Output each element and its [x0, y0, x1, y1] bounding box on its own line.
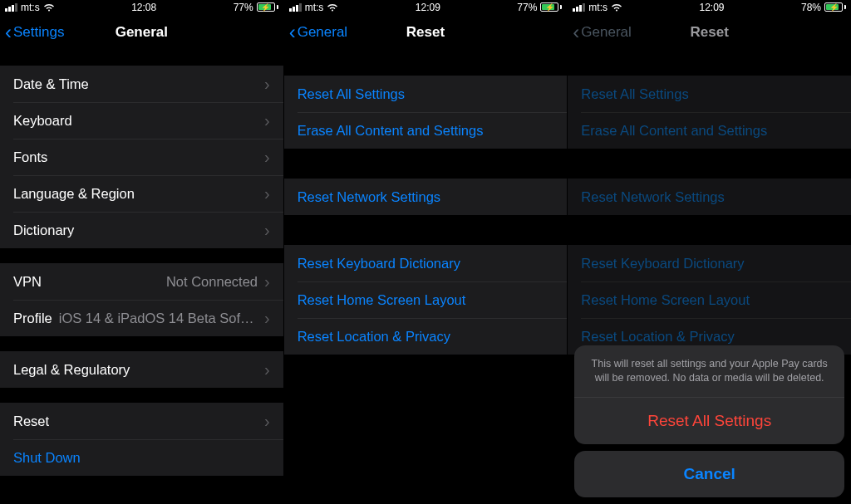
back-label: General [581, 24, 631, 41]
status-bar: mt:s 12:09 77% ⚡ [284, 0, 568, 14]
row-reset-keyboard-dict: Reset Keyboard Dictionary [568, 245, 851, 281]
panel-reset: mt:s 12:09 77% ⚡ ‹ General Reset Reset A… [283, 0, 568, 504]
signal-icon [5, 3, 17, 12]
row-erase-all: Erase All Content and Settings [568, 112, 851, 149]
battery-icon: ⚡ [824, 2, 846, 12]
panel-reset-confirm: mt:s 12:09 78% ⚡ ‹ General Reset Reset A… [567, 0, 851, 504]
carrier-label: mt:s [21, 2, 40, 13]
row-reset-network: Reset Network Settings [568, 179, 851, 215]
battery-pct: 77% [517, 2, 537, 13]
wifi-icon [327, 3, 338, 12]
row-reset-home-layout[interactable]: Reset Home Screen Layout [284, 281, 568, 318]
row-reset-all-settings: Reset All Settings [568, 76, 851, 112]
row-keyboard[interactable]: Keyboard› [0, 102, 283, 139]
nav-bar: ‹ Settings General [0, 14, 283, 51]
chevron-right-icon: › [264, 309, 270, 328]
status-bar: mt:s 12:08 77% ⚡ [0, 0, 283, 14]
row-shut-down[interactable]: Shut Down [0, 439, 283, 476]
carrier-label: mt:s [305, 2, 324, 13]
row-language-region[interactable]: Language & Region› [0, 175, 283, 212]
sheet-reset-all-button[interactable]: Reset All Settings [574, 398, 844, 444]
row-fonts[interactable]: Fonts› [0, 139, 283, 175]
row-reset-home-layout: Reset Home Screen Layout [568, 281, 851, 318]
back-label: Settings [13, 24, 64, 41]
chevron-left-icon: ‹ [5, 22, 12, 42]
back-label: General [298, 24, 347, 41]
battery-icon: ⚡ [257, 2, 278, 12]
battery-pct: 78% [801, 2, 821, 13]
carrier-label: mt:s [588, 2, 608, 13]
sheet-message: This will reset all settings and your Ap… [574, 345, 844, 397]
row-reset-keyboard-dict[interactable]: Reset Keyboard Dictionary [284, 245, 568, 281]
row-dictionary[interactable]: Dictionary› [0, 212, 283, 248]
row-reset-all-settings[interactable]: Reset All Settings [284, 76, 568, 112]
panel-general: mt:s 12:08 77% ⚡ ‹ Settings General Date… [0, 0, 283, 504]
wifi-icon [43, 3, 55, 12]
row-reset[interactable]: Reset› [0, 403, 283, 439]
chevron-right-icon: › [264, 360, 270, 379]
chevron-left-icon: ‹ [573, 22, 579, 42]
chevron-right-icon: › [264, 412, 270, 431]
back-button: ‹ General [573, 22, 631, 42]
row-date-time[interactable]: Date & Time› [0, 66, 283, 102]
status-bar: mt:s 12:09 78% ⚡ [568, 0, 851, 14]
battery-icon: ⚡ [540, 2, 562, 12]
battery-pct: 77% [234, 2, 253, 13]
row-profile[interactable]: ProfileiOS 14 & iPadOS 14 Beta Softwar..… [0, 300, 283, 336]
row-erase-all[interactable]: Erase All Content and Settings [284, 112, 568, 149]
action-sheet: This will reset all settings and your Ap… [574, 345, 844, 497]
nav-bar: ‹ General Reset [568, 14, 851, 51]
row-reset-location-privacy[interactable]: Reset Location & Privacy [284, 318, 568, 355]
sheet-cancel-button[interactable]: Cancel [574, 451, 844, 497]
back-button[interactable]: ‹ Settings [5, 22, 64, 42]
chevron-right-icon: › [264, 75, 270, 94]
chevron-right-icon: › [264, 184, 270, 203]
chevron-right-icon: › [264, 272, 270, 291]
chevron-right-icon: › [264, 148, 270, 167]
row-vpn[interactable]: VPNNot Connected› [0, 263, 283, 300]
profile-value: iOS 14 & iPadOS 14 Beta Softwar... [59, 311, 258, 326]
back-button[interactable]: ‹ General [289, 22, 347, 42]
row-legal-regulatory[interactable]: Legal & Regulatory› [0, 351, 283, 388]
signal-icon [573, 3, 585, 12]
wifi-icon [611, 3, 622, 12]
clock: 12:08 [131, 2, 156, 13]
clock: 12:09 [699, 2, 724, 13]
clock: 12:09 [416, 2, 440, 13]
signal-icon [289, 3, 302, 12]
chevron-right-icon: › [264, 111, 270, 130]
nav-bar: ‹ General Reset [284, 14, 568, 51]
vpn-status: Not Connected [166, 274, 258, 290]
chevron-left-icon: ‹ [289, 22, 296, 42]
chevron-right-icon: › [264, 221, 270, 240]
row-reset-network[interactable]: Reset Network Settings [284, 179, 568, 215]
